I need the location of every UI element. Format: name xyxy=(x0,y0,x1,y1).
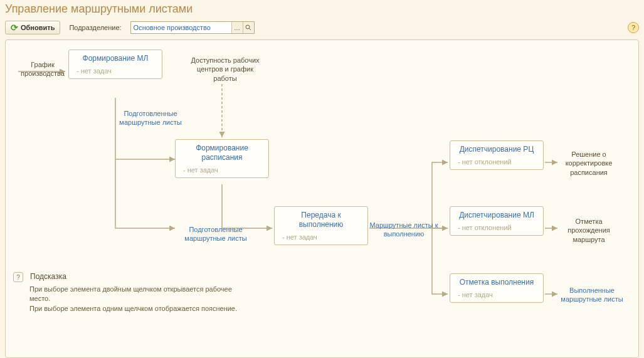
department-label: Подразделение: xyxy=(69,24,121,31)
node-form-ml[interactable]: Формирование МЛ - нет задач xyxy=(68,50,162,79)
node-disp-rc[interactable]: Диспетчирование РЦ - нет отклонений xyxy=(450,140,544,170)
page-title: Управление маршрутными листами xyxy=(0,0,644,19)
node-title: Передача к выполнению xyxy=(280,211,362,229)
department-input[interactable] xyxy=(131,22,231,33)
label-done-sheets: Выполненные маршрутные листы xyxy=(557,286,626,304)
svg-line-1 xyxy=(249,28,251,30)
flow-canvas: График производства Формирование МЛ - не… xyxy=(5,39,639,358)
node-exec-mark[interactable]: Отметка выполнения - нет задач xyxy=(450,273,544,303)
node-subtitle: - нет задач xyxy=(280,233,362,241)
department-select[interactable]: … xyxy=(130,21,255,34)
node-subtitle: - нет задач xyxy=(455,291,538,298)
label-prepared-2: Подготовленные маршрутные листы xyxy=(181,225,250,243)
hint-line: При выборе элемента двойным щелчком откр… xyxy=(29,285,239,304)
node-subtitle: - нет отклонений xyxy=(455,158,538,166)
node-disp-ml[interactable]: Диспетчирование МЛ - нет отклонений xyxy=(450,206,544,236)
node-title: Формирование расписания xyxy=(181,144,263,162)
help-icon: ? xyxy=(631,24,635,31)
hint-icon: ? xyxy=(13,272,23,282)
label-availability: Доступность рабочих центров и график раб… xyxy=(187,56,263,83)
node-subtitle: - нет задач xyxy=(181,166,263,174)
node-form-schedule[interactable]: Формирование расписания - нет задач xyxy=(175,139,269,178)
refresh-icon: ⟳ xyxy=(11,23,18,32)
node-transfer[interactable]: Передача к выполнению - нет задач xyxy=(274,206,368,245)
label-schedule-input: График производства xyxy=(14,60,71,78)
svg-point-0 xyxy=(246,25,250,29)
hint-box: ? Подсказка При выборе элемента двойным … xyxy=(13,272,239,313)
node-title: Диспетчирование МЛ xyxy=(455,211,538,220)
node-title: Отметка выполнения xyxy=(455,278,538,287)
label-decision: Решение о корректировке расписания xyxy=(557,150,620,177)
refresh-label: Обновить xyxy=(21,24,55,31)
label-prepared-1: Подготовленные маршрутные листы xyxy=(116,109,185,127)
label-route-mark: Отметка прохождения маршрута xyxy=(557,217,620,244)
hint-line: При выборе элемента одним щелчком отобра… xyxy=(29,304,239,313)
node-title: Диспетчирование РЦ xyxy=(455,145,538,154)
node-subtitle: - нет задач xyxy=(74,67,157,75)
hint-title: Подсказка xyxy=(30,272,66,281)
node-subtitle: - нет отклонений xyxy=(455,224,538,231)
refresh-button[interactable]: ⟳ Обновить xyxy=(5,21,60,34)
select-ellipsis-icon[interactable]: … xyxy=(231,22,243,33)
toolbar: ⟳ Обновить Подразделение: … ? xyxy=(0,19,644,39)
select-search-icon[interactable] xyxy=(243,22,254,33)
help-button[interactable]: ? xyxy=(628,22,639,33)
label-sheets-to-exec: Маршрутные листы к выполнению xyxy=(369,221,438,239)
node-title: Формирование МЛ xyxy=(74,54,157,63)
